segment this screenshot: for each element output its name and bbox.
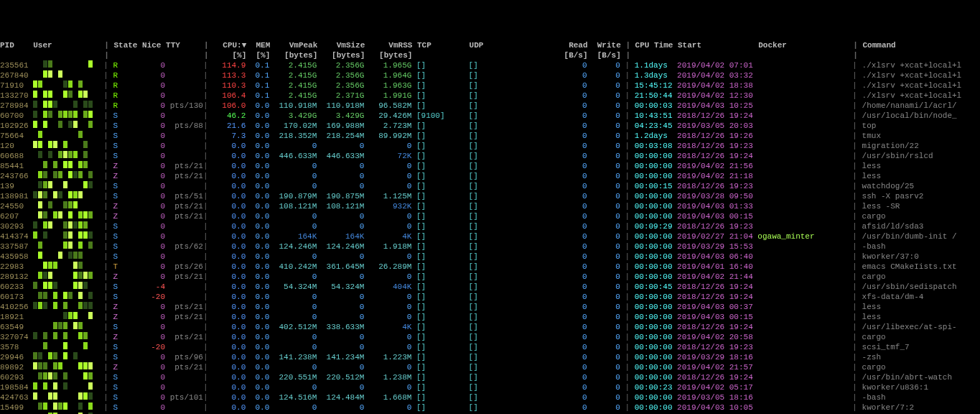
vmrss-cell: 1.668M bbox=[364, 393, 411, 402]
process-row[interactable]: 289132 | Z 0 pts/21| 0.0 0.0 0 0 0 [] []… bbox=[0, 272, 980, 282]
cputime-cell: 00:00:00 bbox=[635, 373, 677, 382]
process-row[interactable]: 120 | S 0 | 0.0 0.0 0 0 0 [] [] 0 0 | 00… bbox=[0, 141, 980, 151]
pid-cell: 24550 bbox=[0, 202, 33, 211]
process-row[interactable]: 3578 | S -20 | 0.0 0.0 0 0 0 [] [] 0 0 |… bbox=[0, 342, 980, 352]
read-cell: 0 bbox=[521, 132, 587, 140]
cputime-cell: 00:00:00 bbox=[635, 272, 677, 281]
state-cell: S bbox=[113, 121, 141, 130]
process-row[interactable]: 133270 | R 0 | 106.4 0.1 2.415G 2.371G 1… bbox=[0, 91, 980, 101]
vmsize-cell: 338.633M bbox=[317, 323, 364, 331]
vmpeak-cell: 2.415G bbox=[269, 91, 317, 100]
process-row[interactable]: 138981 | S 0 pts/51| 0.0 0.0 190.879M 19… bbox=[0, 191, 980, 201]
docker-cell bbox=[757, 303, 852, 311]
pid-cell: 435958 bbox=[0, 252, 33, 261]
process-row[interactable]: 15499 | S 0 | 0.0 0.0 0 0 0 [] [] 0 0 | … bbox=[0, 402, 980, 413]
process-row[interactable]: 60700 | S 0 | 46.2 0.0 3.429G 3.429G 29.… bbox=[0, 111, 980, 121]
process-row[interactable]: 414374 | S 0 | 0.0 0.0 164K 164K 4K [] [… bbox=[0, 231, 980, 242]
udp-cell: [] bbox=[469, 91, 521, 100]
process-row[interactable]: 60173 | S -20 | 0.0 0.0 0 0 0 [] [] 0 0 … bbox=[0, 292, 980, 302]
cputime-cell: 1.3days bbox=[635, 71, 677, 80]
start-cell: 2018/12/26 19:24 bbox=[677, 282, 757, 291]
process-row[interactable]: 24550 | Z 0 pts/21| 0.0 0.0 108.121M 108… bbox=[0, 201, 980, 211]
process-row[interactable]: 337587 | S 0 pts/62| 0.0 0.0 124.246M 12… bbox=[0, 242, 980, 252]
state-cell: S bbox=[113, 323, 141, 331]
write-cell: 0 bbox=[587, 61, 620, 70]
process-row[interactable]: 278984 | R 0 pts/130| 106.0 0.0 110.918M… bbox=[0, 101, 980, 111]
state-cell: S bbox=[113, 232, 141, 241]
process-row[interactable]: 71910 | R 0 | 110.3 0.1 2.415G 2.356G 1.… bbox=[0, 80, 980, 91]
start-cell: 2019/04/02 21:56 bbox=[677, 162, 757, 170]
nice-cell: 0 bbox=[141, 252, 165, 261]
command-cell: /usr/bin/abrt-watch bbox=[862, 373, 952, 382]
state-cell: S bbox=[113, 282, 141, 291]
pid-cell: 29946 bbox=[0, 353, 33, 362]
tcp-cell: [] bbox=[416, 91, 469, 100]
udp-cell: [] bbox=[469, 121, 521, 130]
state-cell: S bbox=[113, 403, 141, 412]
write-cell: 0 bbox=[587, 121, 620, 130]
process-row[interactable]: 29946 | S 0 pts/96| 0.0 0.0 141.238M 141… bbox=[0, 352, 980, 362]
write-cell: 0 bbox=[587, 262, 620, 271]
mem-cell: 0.0 bbox=[246, 262, 269, 271]
process-row[interactable]: 60688 | S 0 | 0.0 0.0 446.633M 446.633M … bbox=[0, 151, 980, 161]
process-row[interactable]: 424763 | S 0 pts/101| 0.0 0.0 124.516M 1… bbox=[0, 392, 980, 402]
user-cell bbox=[33, 221, 103, 231]
nice-cell: 0 bbox=[141, 142, 165, 150]
write-cell: 0 bbox=[587, 192, 620, 201]
process-row[interactable]: 85441 | Z 0 pts/21| 0.0 0.0 0 0 0 [] [] … bbox=[0, 161, 980, 171]
cpu-cell: 110.3 bbox=[207, 81, 246, 90]
user-cell bbox=[33, 402, 103, 413]
read-cell: 0 bbox=[521, 71, 587, 80]
start-cell: 2019/03/29 15:53 bbox=[677, 242, 757, 251]
process-row[interactable]: 89892 | Z 0 pts/21| 0.0 0.0 0 0 0 [] [] … bbox=[0, 362, 980, 372]
cpu-cell: 0.0 bbox=[207, 313, 246, 321]
docker-cell bbox=[757, 252, 852, 261]
process-row[interactable]: 235561 | R 0 | 114.9 0.1 2.415G 2.356G 1… bbox=[0, 60, 980, 70]
process-row[interactable]: 63549 | S 0 | 0.0 0.0 402.512M 338.633M … bbox=[0, 322, 980, 332]
state-cell: R bbox=[113, 91, 141, 100]
vmrss-cell: 1.963G bbox=[364, 81, 411, 90]
process-row[interactable]: 410256 | Z 0 pts/21| 0.0 0.0 0 0 0 [] []… bbox=[0, 302, 980, 312]
command-cell: ./xlsrv +xcat+local+l bbox=[862, 61, 962, 70]
user-cell bbox=[33, 282, 103, 292]
tty-cell bbox=[165, 323, 203, 331]
nice-cell: 0 bbox=[141, 132, 165, 140]
tty-cell bbox=[165, 71, 203, 80]
process-row[interactable]: 75664 | S 0 | 7.3 0.0 218.352M 218.254M … bbox=[0, 131, 980, 141]
mem-cell: 0.0 bbox=[246, 353, 269, 362]
process-row[interactable]: 22983 | T 0 pts/26| 0.0 0.0 410.242M 361… bbox=[0, 262, 980, 272]
process-row[interactable]: 139 | S 0 | 0.0 0.0 0 0 0 [] [] 0 0 | 00… bbox=[0, 181, 980, 191]
process-row[interactable]: 198584 | S 0 | 0.0 0.0 0 0 0 [] [] 0 0 |… bbox=[0, 382, 980, 392]
user-cell bbox=[33, 60, 103, 70]
user-cell bbox=[33, 171, 103, 181]
udp-cell: [] bbox=[469, 172, 521, 180]
vmsize-cell: 0 bbox=[317, 212, 364, 221]
process-row[interactable]: 18921 | Z 0 pts/21| 0.0 0.0 0 0 0 [] [] … bbox=[0, 312, 980, 322]
process-row[interactable]: 243766 | Z 0 pts/21| 0.0 0.0 0 0 0 [] []… bbox=[0, 171, 980, 181]
process-row[interactable]: 102926 | S 0 pts/88| 21.6 0.0 170.02M 16… bbox=[0, 121, 980, 131]
process-row[interactable]: 60233 | S -4 | 0.0 0.0 54.324M 54.324M 4… bbox=[0, 282, 980, 292]
read-cell: 0 bbox=[521, 323, 587, 331]
user-cell bbox=[33, 322, 103, 332]
command-cell: cargo bbox=[862, 212, 886, 221]
write-cell: 0 bbox=[587, 333, 620, 341]
vmrss-cell: 404K bbox=[364, 282, 411, 291]
tcp-cell: [] bbox=[416, 313, 469, 321]
process-row[interactable]: 60293 | S 0 | 0.0 0.0 220.551M 220.512M … bbox=[0, 372, 980, 382]
start-cell: 2018/12/26 19:24 bbox=[677, 152, 757, 160]
process-row[interactable]: 6207 | Z 0 pts/21| 0.0 0.0 0 0 0 [] [] 0… bbox=[0, 211, 980, 221]
nice-cell: 0 bbox=[141, 192, 165, 201]
read-cell: 0 bbox=[521, 202, 587, 211]
start-cell: 2018/12/26 19:24 bbox=[677, 373, 757, 382]
vmsize-cell: 0 bbox=[317, 293, 364, 301]
process-row[interactable]: 435958 | S 0 | 0.0 0.0 0 0 0 [] [] 0 0 |… bbox=[0, 252, 980, 262]
user-cell bbox=[33, 272, 103, 282]
pid-cell: 139 bbox=[0, 182, 33, 190]
process-row[interactable]: 30293 | S 0 | 0.0 0.0 0 0 0 [] [] 0 0 | … bbox=[0, 221, 980, 231]
vmpeak-cell: 0 bbox=[269, 363, 317, 372]
vmpeak-cell: 0 bbox=[269, 313, 317, 321]
mem-cell: 0.0 bbox=[246, 303, 269, 311]
process-row[interactable]: 267840 | R 0 | 113.3 0.1 2.415G 2.356G 1… bbox=[0, 70, 980, 80]
process-row[interactable]: 327074 | Z 0 pts/21| 0.0 0.0 0 0 0 [] []… bbox=[0, 332, 980, 342]
mem-cell: 0.0 bbox=[246, 333, 269, 341]
